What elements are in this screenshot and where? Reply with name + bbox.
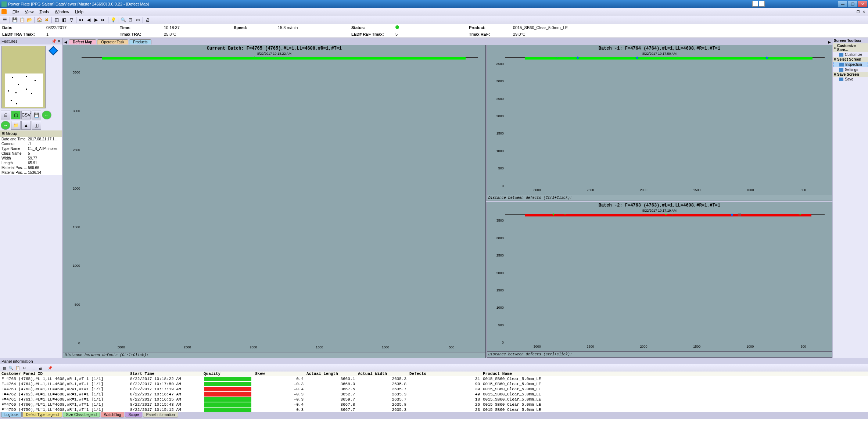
speed-label: Speed: xyxy=(232,25,276,30)
table-row[interactable]: F=4761 (4761),#L=1,LL=4608,#R=1,#T=1 [1/… xyxy=(0,397,868,402)
tmax-ref-label: Tmax REF: xyxy=(467,32,511,36)
bulb-icon[interactable]: 💡 xyxy=(110,17,116,23)
tmax-ref-value: 29.0°C xyxy=(511,32,528,36)
chart-batch-minus-2[interactable]: Batch -2: F=4763 (4763),#L=1,LL=4608,#R=… xyxy=(487,202,832,358)
tool-b-icon[interactable]: ◧ xyxy=(61,17,67,23)
chart-plot-area[interactable]: ▫▫◆ xyxy=(82,57,478,58)
table-row[interactable]: F=4763 (4763),#L=1,LL=4608,#R=1,#T=1 [1/… xyxy=(0,387,868,392)
toolbox-section[interactable]: Customize Scre... xyxy=(833,43,868,52)
home-icon[interactable]: 🏠 xyxy=(36,17,43,23)
chart-current-batch[interactable]: Current Batch: F=4765 (4765),#L=1,LL=460… xyxy=(63,45,486,358)
csv-button[interactable]: CSV xyxy=(21,111,31,119)
toolbar: ☰ 💾 📋 📂 🏠 ✖ ◫ ◧ ▽ ⏮ ◀ ▶ ⏭ 💡 🔍 ⊡ ▭ 🖨 xyxy=(0,15,868,24)
table-row[interactable]: F=4762 (4762),#L=1,LL=4608,#R=1,#T=1 [1/… xyxy=(0,392,868,397)
tab-scope[interactable]: Scope xyxy=(125,412,142,417)
print-preview-button[interactable]: 🖨 xyxy=(1,111,10,119)
tab-scroll-right[interactable]: ▶ xyxy=(827,39,832,44)
forward-button[interactable]: → xyxy=(1,121,10,130)
first-icon[interactable]: ⏮ xyxy=(78,17,85,23)
next-icon[interactable]: ▶ xyxy=(93,17,99,23)
minimize-button[interactable]: — xyxy=(838,1,847,7)
chart-plot-area[interactable]: ○▫◆◆▫▫◆▫✶✶✶ xyxy=(505,57,825,58)
pi-tool-4-icon[interactable]: ↻ xyxy=(21,365,27,371)
date-value: 08/22/2017 xyxy=(44,25,69,30)
chart-subtitle: 8/22/2017 10:17:50 AM xyxy=(487,52,832,55)
menu-tools[interactable]: Tools xyxy=(36,10,52,14)
tab-operator-task[interactable]: Operator Task xyxy=(97,39,128,44)
toolbox-item[interactable]: Inspection xyxy=(833,62,868,67)
toolbox-item[interactable]: Settings xyxy=(833,67,868,72)
folder-button[interactable]: 📁 xyxy=(11,121,21,130)
tab-panel-info[interactable]: Panel information xyxy=(143,412,178,417)
tool-c-button[interactable]: ▲ xyxy=(21,121,31,130)
tool-a-icon[interactable]: ◫ xyxy=(53,17,60,23)
zoom-rect-icon[interactable]: ▭ xyxy=(134,17,141,23)
open-icon[interactable]: 📂 xyxy=(26,17,33,23)
tab-logbook[interactable]: Logbook xyxy=(1,412,22,417)
pin-icon[interactable]: 📌 xyxy=(51,39,57,44)
table-row[interactable]: F=4765 (4765),#L=1,LL=4608,#R=1,#T=1 [1/… xyxy=(0,376,868,381)
save-button[interactable]: 💾 xyxy=(32,111,41,119)
mdi-close-icon[interactable]: ✕ xyxy=(861,9,867,14)
pi-tool-1-icon[interactable]: ▦ xyxy=(1,365,7,371)
column-header[interactable]: Actual Length xyxy=(305,372,356,376)
chart-plot-area[interactable]: ◆▤▫✶▫✶✶ xyxy=(505,214,825,215)
column-header[interactable]: Product Name xyxy=(481,372,573,376)
toolbox-section[interactable]: Save Screen xyxy=(833,72,868,77)
print-icon[interactable]: 🖨 xyxy=(144,17,151,23)
time-value: 10:18:37 xyxy=(162,25,182,30)
mdi-minimize-icon[interactable]: — xyxy=(850,9,855,14)
last-icon[interactable]: ⏭ xyxy=(100,17,107,23)
filter-icon[interactable]: ▽ xyxy=(68,17,75,23)
app-icon xyxy=(1,1,7,7)
copy-icon[interactable]: 📋 xyxy=(19,17,25,23)
column-header[interactable]: Customer Panel ID xyxy=(0,372,129,376)
dropdown-icon[interactable]: ▾ xyxy=(759,1,765,7)
close-panel-icon[interactable]: ✕ xyxy=(57,39,61,44)
clear-icon[interactable]: ✖ xyxy=(43,17,50,23)
tab-defect-map[interactable]: Defect Map xyxy=(69,39,96,44)
toolbox-section[interactable]: Select Screen xyxy=(833,57,868,62)
column-header[interactable]: Defects xyxy=(408,372,481,376)
pi-pin-icon[interactable]: 📌 xyxy=(47,365,53,371)
zoom-in-icon[interactable]: 🔍 xyxy=(120,17,126,23)
column-header[interactable]: Actual Width xyxy=(356,372,408,376)
tool-1-icon[interactable]: ☰ xyxy=(1,17,8,23)
close-button[interactable]: ✕ xyxy=(858,1,867,7)
chart-x-axis: 30002500200015001000500 xyxy=(505,188,825,193)
table-row[interactable]: F=4760 (4760),#L=1,LL=4608,#R=1,#T=1 [1/… xyxy=(0,402,868,407)
zoom-fit-icon[interactable]: ⊡ xyxy=(127,17,134,23)
group-section[interactable]: ⊟ Group xyxy=(0,130,62,137)
tab-scroll-left[interactable]: ◀ xyxy=(63,39,68,44)
column-header[interactable]: Start Time xyxy=(129,372,202,376)
toolbox-item[interactable]: Save xyxy=(833,77,868,82)
pi-print-icon[interactable]: 🖨 xyxy=(37,365,43,371)
table-row[interactable]: F=4764 (4764),#L=1,LL=4608,#R=1,#T=1 [1/… xyxy=(0,381,868,387)
column-header[interactable]: Skew xyxy=(254,372,305,376)
save-icon[interactable]: 💾 xyxy=(11,17,18,23)
tab-products[interactable]: Products xyxy=(129,39,151,44)
pi-tool-2-icon[interactable]: 🔍 xyxy=(8,365,14,371)
back-button[interactable]: ← xyxy=(42,111,51,119)
tab-defect-legend[interactable]: Defect Type Legend xyxy=(22,412,62,417)
menu-window[interactable]: Window xyxy=(52,10,72,14)
tab-watchdog[interactable]: WatchDog xyxy=(101,412,124,417)
menu-help[interactable]: Help xyxy=(72,10,86,14)
column-header[interactable]: Quality xyxy=(202,372,254,376)
view-button[interactable]: ▢ xyxy=(11,111,21,119)
tool-d-button[interactable]: ◫ xyxy=(32,121,41,130)
mdi-restore-icon[interactable]: ❐ xyxy=(856,9,861,14)
pi-tool-3-icon[interactable]: 📋 xyxy=(15,365,21,371)
tab-size-legend[interactable]: Size Class Legend xyxy=(63,412,100,417)
chart-batch-minus-1[interactable]: Batch -1: F=4764 (4764),#L=1,LL=4608,#R=… xyxy=(487,45,832,201)
chart-x-axis: 30002500200015001000500 xyxy=(82,345,478,351)
table-row[interactable]: F=4759 (4759),#L=1,LL=4608,#R=1,#T=1 [1/… xyxy=(0,407,868,412)
expand-icon[interactable]: ⛶ xyxy=(752,1,758,7)
menu-file[interactable]: File xyxy=(10,10,22,14)
prev-icon[interactable]: ◀ xyxy=(85,17,92,23)
toolbox-item[interactable]: Customize xyxy=(833,52,868,57)
pi-tool-5-icon[interactable]: ☰ xyxy=(31,365,37,371)
menu-view[interactable]: View xyxy=(22,10,37,14)
maximize-button[interactable]: ❐ xyxy=(848,1,857,7)
chart-title: Batch -1: F=4764 (4764),#L=1,LL=4608,#R=… xyxy=(487,45,832,52)
